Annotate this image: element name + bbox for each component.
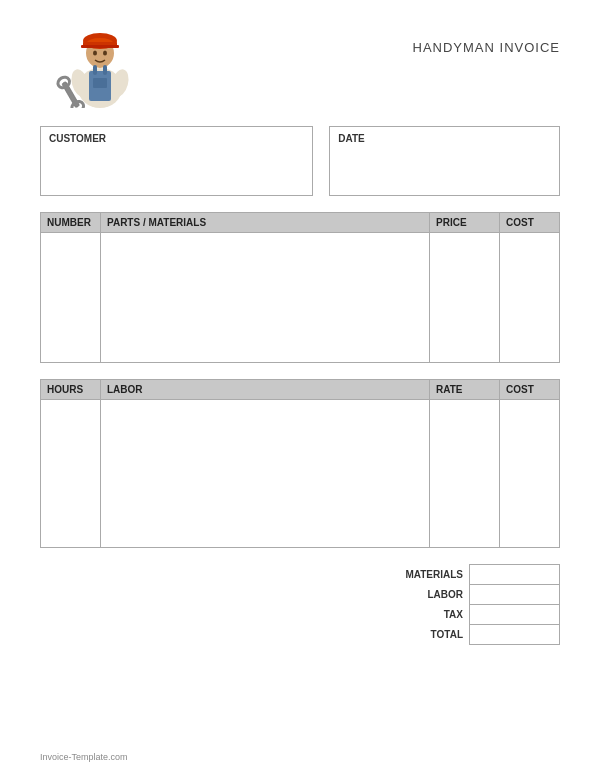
svg-rect-14 [93, 65, 97, 75]
labor-desc-cell [101, 400, 430, 548]
materials-body-row [41, 233, 560, 363]
col-header-cost2: COST [500, 380, 560, 400]
svg-point-6 [103, 50, 107, 55]
svg-rect-16 [93, 78, 107, 88]
handyman-icon [55, 23, 145, 108]
grand-total-value [470, 625, 560, 645]
col-header-parts: PARTS / MATERIALS [101, 213, 430, 233]
labor-hours-cell [41, 400, 101, 548]
grand-total-label: TOTAL [390, 625, 470, 645]
materials-cost-cell [500, 233, 560, 363]
svg-rect-15 [103, 65, 107, 75]
footer-text: Invoice-Template.com [40, 752, 128, 762]
totals-labor-row: LABOR [390, 585, 560, 605]
col-header-hours: HOURS [41, 380, 101, 400]
header: HANDYMAN INVOICE [40, 20, 560, 110]
materials-price-cell [430, 233, 500, 363]
materials-parts-cell [101, 233, 430, 363]
labor-cost-cell [500, 400, 560, 548]
labor-rate-cell [430, 400, 500, 548]
svg-point-5 [93, 50, 97, 55]
totals-section: MATERIALS LABOR TAX TOTAL [40, 564, 560, 645]
labor-body-row [41, 400, 560, 548]
date-box: DATE [329, 126, 560, 196]
info-row: CUSTOMER DATE [40, 126, 560, 196]
col-header-labor: LABOR [101, 380, 430, 400]
labor-total-value [470, 585, 560, 605]
tax-total-label: TAX [390, 605, 470, 625]
invoice-title: HANDYMAN INVOICE [413, 40, 560, 55]
materials-number-cell [41, 233, 101, 363]
totals-materials-row: MATERIALS [390, 565, 560, 585]
svg-rect-10 [81, 45, 119, 48]
customer-label: CUSTOMER [49, 133, 304, 144]
totals-tax-row: TAX [390, 605, 560, 625]
invoice-page: HANDYMAN INVOICE CUSTOMER DATE NUMBER PA… [0, 0, 600, 776]
totals-total-row: TOTAL [390, 625, 560, 645]
col-header-cost: COST [500, 213, 560, 233]
labor-total-label: LABOR [390, 585, 470, 605]
title-area: HANDYMAN INVOICE [160, 20, 560, 55]
col-header-rate: RATE [430, 380, 500, 400]
labor-table: HOURS LABOR RATE COST [40, 379, 560, 548]
materials-total-value [470, 565, 560, 585]
tax-total-value [470, 605, 560, 625]
footer: Invoice-Template.com [40, 752, 128, 762]
col-header-number: NUMBER [41, 213, 101, 233]
totals-table: MATERIALS LABOR TAX TOTAL [390, 564, 561, 645]
customer-box: CUSTOMER [40, 126, 313, 196]
materials-total-label: MATERIALS [390, 565, 470, 585]
logo-area [40, 20, 160, 110]
col-header-price: PRICE [430, 213, 500, 233]
date-label: DATE [338, 133, 551, 144]
materials-table: NUMBER PARTS / MATERIALS PRICE COST [40, 212, 560, 363]
